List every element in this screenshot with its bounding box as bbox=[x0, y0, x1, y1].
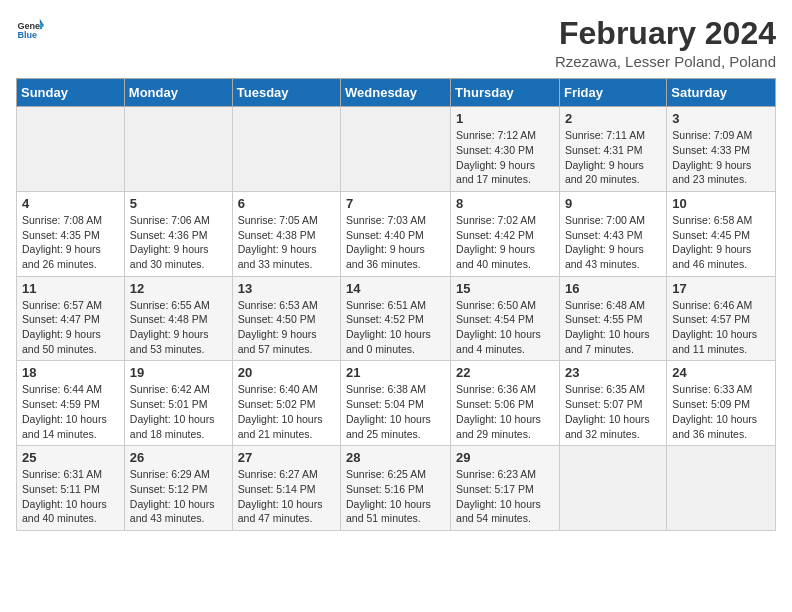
day-number: 7 bbox=[346, 196, 445, 211]
day-info: Sunrise: 6:44 AM Sunset: 4:59 PM Dayligh… bbox=[22, 382, 119, 441]
day-number: 1 bbox=[456, 111, 554, 126]
weekday-header-wednesday: Wednesday bbox=[341, 79, 451, 107]
calendar-week-3: 11Sunrise: 6:57 AM Sunset: 4:47 PM Dayli… bbox=[17, 276, 776, 361]
calendar-cell: 9Sunrise: 7:00 AM Sunset: 4:43 PM Daylig… bbox=[559, 191, 666, 276]
weekday-header-tuesday: Tuesday bbox=[232, 79, 340, 107]
calendar-cell: 26Sunrise: 6:29 AM Sunset: 5:12 PM Dayli… bbox=[124, 446, 232, 531]
day-number: 4 bbox=[22, 196, 119, 211]
day-info: Sunrise: 6:35 AM Sunset: 5:07 PM Dayligh… bbox=[565, 382, 661, 441]
calendar-cell: 24Sunrise: 6:33 AM Sunset: 5:09 PM Dayli… bbox=[667, 361, 776, 446]
calendar-header-row: SundayMondayTuesdayWednesdayThursdayFrid… bbox=[17, 79, 776, 107]
day-info: Sunrise: 6:42 AM Sunset: 5:01 PM Dayligh… bbox=[130, 382, 227, 441]
day-info: Sunrise: 6:29 AM Sunset: 5:12 PM Dayligh… bbox=[130, 467, 227, 526]
calendar-cell: 1Sunrise: 7:12 AM Sunset: 4:30 PM Daylig… bbox=[451, 107, 560, 192]
calendar-cell: 25Sunrise: 6:31 AM Sunset: 5:11 PM Dayli… bbox=[17, 446, 125, 531]
calendar-cell: 21Sunrise: 6:38 AM Sunset: 5:04 PM Dayli… bbox=[341, 361, 451, 446]
day-info: Sunrise: 7:05 AM Sunset: 4:38 PM Dayligh… bbox=[238, 213, 335, 272]
day-number: 21 bbox=[346, 365, 445, 380]
day-info: Sunrise: 6:38 AM Sunset: 5:04 PM Dayligh… bbox=[346, 382, 445, 441]
calendar-cell: 12Sunrise: 6:55 AM Sunset: 4:48 PM Dayli… bbox=[124, 276, 232, 361]
day-number: 5 bbox=[130, 196, 227, 211]
day-number: 12 bbox=[130, 281, 227, 296]
calendar-cell: 27Sunrise: 6:27 AM Sunset: 5:14 PM Dayli… bbox=[232, 446, 340, 531]
day-info: Sunrise: 7:11 AM Sunset: 4:31 PM Dayligh… bbox=[565, 128, 661, 187]
day-number: 3 bbox=[672, 111, 770, 126]
calendar-cell: 28Sunrise: 6:25 AM Sunset: 5:16 PM Dayli… bbox=[341, 446, 451, 531]
calendar-table: SundayMondayTuesdayWednesdayThursdayFrid… bbox=[16, 78, 776, 531]
day-info: Sunrise: 6:57 AM Sunset: 4:47 PM Dayligh… bbox=[22, 298, 119, 357]
calendar-week-2: 4Sunrise: 7:08 AM Sunset: 4:35 PM Daylig… bbox=[17, 191, 776, 276]
calendar-week-5: 25Sunrise: 6:31 AM Sunset: 5:11 PM Dayli… bbox=[17, 446, 776, 531]
calendar-cell: 3Sunrise: 7:09 AM Sunset: 4:33 PM Daylig… bbox=[667, 107, 776, 192]
day-number: 19 bbox=[130, 365, 227, 380]
calendar-cell: 23Sunrise: 6:35 AM Sunset: 5:07 PM Dayli… bbox=[559, 361, 666, 446]
day-number: 16 bbox=[565, 281, 661, 296]
day-info: Sunrise: 7:06 AM Sunset: 4:36 PM Dayligh… bbox=[130, 213, 227, 272]
calendar-cell: 17Sunrise: 6:46 AM Sunset: 4:57 PM Dayli… bbox=[667, 276, 776, 361]
day-info: Sunrise: 7:12 AM Sunset: 4:30 PM Dayligh… bbox=[456, 128, 554, 187]
calendar-cell bbox=[667, 446, 776, 531]
day-number: 13 bbox=[238, 281, 335, 296]
calendar-cell: 14Sunrise: 6:51 AM Sunset: 4:52 PM Dayli… bbox=[341, 276, 451, 361]
weekday-header-friday: Friday bbox=[559, 79, 666, 107]
day-number: 11 bbox=[22, 281, 119, 296]
calendar-cell: 7Sunrise: 7:03 AM Sunset: 4:40 PM Daylig… bbox=[341, 191, 451, 276]
calendar-cell: 11Sunrise: 6:57 AM Sunset: 4:47 PM Dayli… bbox=[17, 276, 125, 361]
calendar-cell: 5Sunrise: 7:06 AM Sunset: 4:36 PM Daylig… bbox=[124, 191, 232, 276]
calendar-cell: 13Sunrise: 6:53 AM Sunset: 4:50 PM Dayli… bbox=[232, 276, 340, 361]
calendar-cell: 16Sunrise: 6:48 AM Sunset: 4:55 PM Dayli… bbox=[559, 276, 666, 361]
logo-icon: General Blue bbox=[16, 16, 44, 44]
day-number: 2 bbox=[565, 111, 661, 126]
calendar-cell bbox=[232, 107, 340, 192]
calendar-cell bbox=[341, 107, 451, 192]
day-info: Sunrise: 6:55 AM Sunset: 4:48 PM Dayligh… bbox=[130, 298, 227, 357]
day-info: Sunrise: 6:58 AM Sunset: 4:45 PM Dayligh… bbox=[672, 213, 770, 272]
logo: General Blue General Blue bbox=[16, 16, 44, 44]
location: Rzezawa, Lesser Poland, Poland bbox=[555, 53, 776, 70]
svg-text:Blue: Blue bbox=[17, 30, 37, 40]
day-number: 23 bbox=[565, 365, 661, 380]
calendar-cell: 4Sunrise: 7:08 AM Sunset: 4:35 PM Daylig… bbox=[17, 191, 125, 276]
day-info: Sunrise: 6:50 AM Sunset: 4:54 PM Dayligh… bbox=[456, 298, 554, 357]
day-info: Sunrise: 6:27 AM Sunset: 5:14 PM Dayligh… bbox=[238, 467, 335, 526]
day-info: Sunrise: 6:33 AM Sunset: 5:09 PM Dayligh… bbox=[672, 382, 770, 441]
day-info: Sunrise: 6:40 AM Sunset: 5:02 PM Dayligh… bbox=[238, 382, 335, 441]
day-info: Sunrise: 6:51 AM Sunset: 4:52 PM Dayligh… bbox=[346, 298, 445, 357]
calendar-cell bbox=[559, 446, 666, 531]
day-info: Sunrise: 6:53 AM Sunset: 4:50 PM Dayligh… bbox=[238, 298, 335, 357]
calendar-cell: 18Sunrise: 6:44 AM Sunset: 4:59 PM Dayli… bbox=[17, 361, 125, 446]
day-info: Sunrise: 7:02 AM Sunset: 4:42 PM Dayligh… bbox=[456, 213, 554, 272]
day-info: Sunrise: 7:00 AM Sunset: 4:43 PM Dayligh… bbox=[565, 213, 661, 272]
weekday-header-saturday: Saturday bbox=[667, 79, 776, 107]
weekday-header-sunday: Sunday bbox=[17, 79, 125, 107]
day-number: 6 bbox=[238, 196, 335, 211]
calendar-cell: 22Sunrise: 6:36 AM Sunset: 5:06 PM Dayli… bbox=[451, 361, 560, 446]
day-number: 20 bbox=[238, 365, 335, 380]
calendar-cell: 2Sunrise: 7:11 AM Sunset: 4:31 PM Daylig… bbox=[559, 107, 666, 192]
day-number: 28 bbox=[346, 450, 445, 465]
weekday-header-monday: Monday bbox=[124, 79, 232, 107]
day-number: 29 bbox=[456, 450, 554, 465]
calendar-cell: 8Sunrise: 7:02 AM Sunset: 4:42 PM Daylig… bbox=[451, 191, 560, 276]
day-info: Sunrise: 6:36 AM Sunset: 5:06 PM Dayligh… bbox=[456, 382, 554, 441]
calendar-week-4: 18Sunrise: 6:44 AM Sunset: 4:59 PM Dayli… bbox=[17, 361, 776, 446]
day-info: Sunrise: 6:25 AM Sunset: 5:16 PM Dayligh… bbox=[346, 467, 445, 526]
day-number: 27 bbox=[238, 450, 335, 465]
day-info: Sunrise: 7:09 AM Sunset: 4:33 PM Dayligh… bbox=[672, 128, 770, 187]
day-info: Sunrise: 6:48 AM Sunset: 4:55 PM Dayligh… bbox=[565, 298, 661, 357]
day-info: Sunrise: 6:46 AM Sunset: 4:57 PM Dayligh… bbox=[672, 298, 770, 357]
page-header: General Blue General Blue February 2024 … bbox=[16, 16, 776, 70]
day-info: Sunrise: 7:08 AM Sunset: 4:35 PM Dayligh… bbox=[22, 213, 119, 272]
calendar-cell bbox=[124, 107, 232, 192]
calendar-cell: 6Sunrise: 7:05 AM Sunset: 4:38 PM Daylig… bbox=[232, 191, 340, 276]
calendar-body: 1Sunrise: 7:12 AM Sunset: 4:30 PM Daylig… bbox=[17, 107, 776, 531]
calendar-cell: 20Sunrise: 6:40 AM Sunset: 5:02 PM Dayli… bbox=[232, 361, 340, 446]
calendar-cell bbox=[17, 107, 125, 192]
day-info: Sunrise: 6:23 AM Sunset: 5:17 PM Dayligh… bbox=[456, 467, 554, 526]
calendar-cell: 10Sunrise: 6:58 AM Sunset: 4:45 PM Dayli… bbox=[667, 191, 776, 276]
day-info: Sunrise: 6:31 AM Sunset: 5:11 PM Dayligh… bbox=[22, 467, 119, 526]
day-number: 22 bbox=[456, 365, 554, 380]
calendar-week-1: 1Sunrise: 7:12 AM Sunset: 4:30 PM Daylig… bbox=[17, 107, 776, 192]
day-number: 8 bbox=[456, 196, 554, 211]
day-number: 10 bbox=[672, 196, 770, 211]
